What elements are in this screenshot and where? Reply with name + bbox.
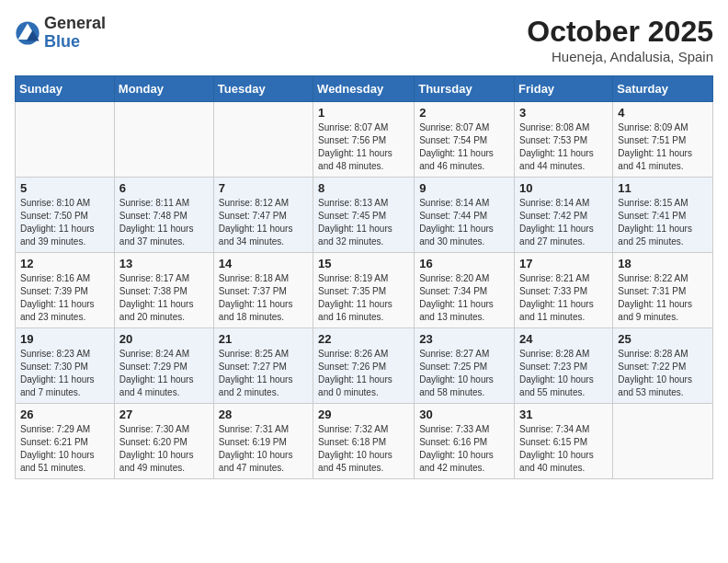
day-info: Sunrise: 8:25 AM Sunset: 7:27 PM Dayligh…: [219, 349, 293, 397]
calendar-week-row: 1Sunrise: 8:07 AM Sunset: 7:56 PM Daylig…: [16, 102, 713, 178]
weekday-header-saturday: Saturday: [613, 76, 713, 102]
calendar-cell: 27Sunrise: 7:30 AM Sunset: 6:20 PM Dayli…: [114, 404, 213, 479]
calendar-cell: [613, 404, 713, 479]
day-number: 21: [219, 332, 308, 346]
weekday-header-friday: Friday: [515, 76, 613, 102]
calendar-cell: [16, 102, 115, 178]
day-number: 12: [20, 257, 109, 270]
day-number: 19: [20, 332, 109, 346]
day-info: Sunrise: 8:17 AM Sunset: 7:38 PM Dayligh…: [119, 273, 194, 322]
calendar-week-row: 12Sunrise: 8:16 AM Sunset: 7:39 PM Dayli…: [16, 253, 713, 328]
day-number: 26: [20, 408, 109, 421]
calendar-cell: 29Sunrise: 7:32 AM Sunset: 6:18 PM Dayli…: [313, 404, 415, 479]
weekday-header-thursday: Thursday: [415, 76, 515, 102]
location: Hueneja, Andalusia, Spain: [527, 49, 713, 64]
calendar-cell: 23Sunrise: 8:27 AM Sunset: 7:25 PM Dayli…: [415, 328, 515, 404]
day-info: Sunrise: 8:23 AM Sunset: 7:30 PM Dayligh…: [20, 349, 95, 397]
calendar-cell: 11Sunrise: 8:15 AM Sunset: 7:41 PM Dayli…: [613, 178, 713, 253]
day-number: 5: [20, 181, 109, 195]
weekday-header-tuesday: Tuesday: [213, 76, 313, 102]
day-number: 14: [219, 257, 308, 270]
day-number: 30: [419, 408, 509, 421]
day-number: 2: [419, 106, 509, 120]
calendar-table: SundayMondayTuesdayWednesdayThursdayFrid…: [15, 75, 713, 479]
calendar-cell: 16Sunrise: 8:20 AM Sunset: 7:34 PM Dayli…: [415, 253, 515, 328]
day-number: 4: [618, 106, 708, 120]
calendar-cell: 6Sunrise: 8:11 AM Sunset: 7:48 PM Daylig…: [114, 178, 213, 253]
day-number: 1: [318, 106, 409, 120]
day-info: Sunrise: 8:26 AM Sunset: 7:26 PM Dayligh…: [318, 349, 392, 397]
day-info: Sunrise: 8:12 AM Sunset: 7:47 PM Dayligh…: [219, 198, 293, 247]
calendar-cell: 8Sunrise: 8:13 AM Sunset: 7:45 PM Daylig…: [313, 178, 415, 253]
logo-text: General Blue: [44, 15, 106, 52]
calendar-cell: 30Sunrise: 7:33 AM Sunset: 6:16 PM Dayli…: [415, 404, 515, 479]
day-info: Sunrise: 8:19 AM Sunset: 7:35 PM Dayligh…: [318, 273, 392, 322]
calendar-cell: 10Sunrise: 8:14 AM Sunset: 7:42 PM Dayli…: [515, 178, 613, 253]
day-number: 18: [618, 257, 708, 270]
calendar-cell: 15Sunrise: 8:19 AM Sunset: 7:35 PM Dayli…: [313, 253, 415, 328]
day-info: Sunrise: 8:21 AM Sunset: 7:33 PM Dayligh…: [519, 273, 594, 322]
calendar-cell: 7Sunrise: 8:12 AM Sunset: 7:47 PM Daylig…: [213, 178, 313, 253]
day-info: Sunrise: 7:31 AM Sunset: 6:19 PM Dayligh…: [219, 424, 293, 473]
calendar-cell: 13Sunrise: 8:17 AM Sunset: 7:38 PM Dayli…: [114, 253, 213, 328]
calendar-cell: 24Sunrise: 8:28 AM Sunset: 7:23 PM Dayli…: [515, 328, 613, 404]
calendar-cell: 21Sunrise: 8:25 AM Sunset: 7:27 PM Dayli…: [213, 328, 313, 404]
calendar-cell: 17Sunrise: 8:21 AM Sunset: 7:33 PM Dayli…: [515, 253, 613, 328]
day-number: 25: [618, 332, 708, 346]
day-info: Sunrise: 8:15 AM Sunset: 7:41 PM Dayligh…: [618, 198, 692, 247]
day-info: Sunrise: 8:22 AM Sunset: 7:31 PM Dayligh…: [618, 273, 692, 322]
logo: General Blue: [15, 15, 106, 52]
day-info: Sunrise: 8:07 AM Sunset: 7:54 PM Dayligh…: [419, 122, 494, 171]
day-number: 3: [519, 106, 608, 120]
calendar-cell: 20Sunrise: 8:24 AM Sunset: 7:29 PM Dayli…: [114, 328, 213, 404]
calendar-cell: 26Sunrise: 7:29 AM Sunset: 6:21 PM Dayli…: [16, 404, 115, 479]
day-number: 8: [318, 181, 409, 195]
day-info: Sunrise: 8:18 AM Sunset: 7:37 PM Dayligh…: [219, 273, 293, 322]
logo-icon: [15, 20, 40, 46]
day-info: Sunrise: 8:16 AM Sunset: 7:39 PM Dayligh…: [20, 273, 95, 322]
day-info: Sunrise: 7:32 AM Sunset: 6:18 PM Dayligh…: [318, 424, 392, 473]
calendar-cell: 31Sunrise: 7:34 AM Sunset: 6:15 PM Dayli…: [515, 404, 613, 479]
day-info: Sunrise: 8:14 AM Sunset: 7:42 PM Dayligh…: [519, 198, 594, 247]
title-block: October 2025 Hueneja, Andalusia, Spain: [527, 15, 713, 64]
day-number: 13: [119, 257, 209, 270]
calendar-week-row: 19Sunrise: 8:23 AM Sunset: 7:30 PM Dayli…: [16, 328, 713, 404]
weekday-header-sunday: Sunday: [16, 76, 115, 102]
day-info: Sunrise: 8:10 AM Sunset: 7:50 PM Dayligh…: [20, 198, 95, 247]
day-info: Sunrise: 8:11 AM Sunset: 7:48 PM Dayligh…: [119, 198, 194, 247]
calendar-cell: 14Sunrise: 8:18 AM Sunset: 7:37 PM Dayli…: [213, 253, 313, 328]
day-info: Sunrise: 8:24 AM Sunset: 7:29 PM Dayligh…: [119, 349, 194, 397]
day-info: Sunrise: 7:33 AM Sunset: 6:16 PM Dayligh…: [419, 424, 494, 473]
calendar-cell: 12Sunrise: 8:16 AM Sunset: 7:39 PM Dayli…: [16, 253, 115, 328]
calendar-cell: [213, 102, 313, 178]
day-number: 24: [519, 332, 608, 346]
calendar-cell: 22Sunrise: 8:26 AM Sunset: 7:26 PM Dayli…: [313, 328, 415, 404]
day-number: 16: [419, 257, 509, 270]
day-number: 7: [219, 181, 308, 195]
month-title: October 2025: [527, 15, 713, 49]
day-info: Sunrise: 7:34 AM Sunset: 6:15 PM Dayligh…: [519, 424, 594, 473]
day-number: 27: [119, 408, 209, 421]
day-number: 20: [119, 332, 209, 346]
calendar-week-row: 26Sunrise: 7:29 AM Sunset: 6:21 PM Dayli…: [16, 404, 713, 479]
calendar-cell: 3Sunrise: 8:08 AM Sunset: 7:53 PM Daylig…: [515, 102, 613, 178]
calendar-cell: 4Sunrise: 8:09 AM Sunset: 7:51 PM Daylig…: [613, 102, 713, 178]
day-number: 6: [119, 181, 209, 195]
day-number: 31: [519, 408, 608, 421]
day-number: 10: [519, 181, 608, 195]
day-number: 17: [519, 257, 608, 270]
day-info: Sunrise: 8:20 AM Sunset: 7:34 PM Dayligh…: [419, 273, 494, 322]
weekday-header-wednesday: Wednesday: [313, 76, 415, 102]
day-info: Sunrise: 8:27 AM Sunset: 7:25 PM Dayligh…: [419, 349, 494, 397]
day-number: 11: [618, 181, 708, 195]
calendar-cell: 9Sunrise: 8:14 AM Sunset: 7:44 PM Daylig…: [415, 178, 515, 253]
day-info: Sunrise: 8:14 AM Sunset: 7:44 PM Dayligh…: [419, 198, 494, 247]
day-number: 9: [419, 181, 509, 195]
logo-blue: Blue: [44, 33, 106, 52]
calendar-cell: [114, 102, 213, 178]
day-info: Sunrise: 7:30 AM Sunset: 6:20 PM Dayligh…: [119, 424, 194, 473]
day-number: 28: [219, 408, 308, 421]
day-number: 15: [318, 257, 409, 270]
calendar-cell: 18Sunrise: 8:22 AM Sunset: 7:31 PM Dayli…: [613, 253, 713, 328]
day-info: Sunrise: 8:09 AM Sunset: 7:51 PM Dayligh…: [618, 122, 692, 171]
